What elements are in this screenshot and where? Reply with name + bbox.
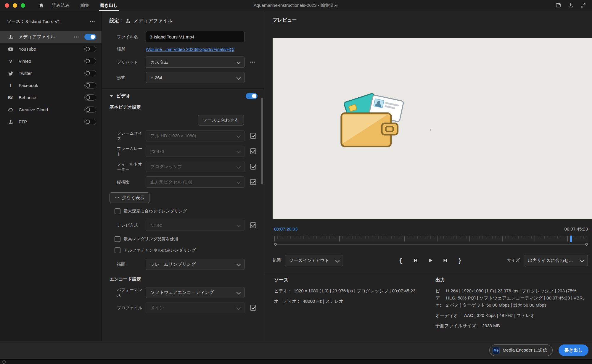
timeline-scrubber[interactable]	[274, 236, 588, 247]
home-icon	[38, 2, 44, 8]
source-video-row: ビデオ : 1920 x 1080 (1.0) | 23.976 fps | プ…	[274, 287, 428, 294]
behance-toggle[interactable]	[84, 94, 96, 101]
source-name: 3-Island Tours-V1	[25, 19, 89, 24]
youtube-toggle[interactable]	[84, 46, 96, 52]
aspect-ratio-label: 縦横比	[117, 179, 146, 185]
range-dropdown[interactable]: ソースイン / アウト	[285, 255, 343, 266]
mark-out-button[interactable]: }	[456, 256, 464, 265]
frame-size-checkbox[interactable]	[250, 133, 256, 139]
interpolation-dropdown[interactable]: フレームサンプリング	[146, 259, 244, 270]
play-button[interactable]	[426, 256, 435, 265]
video-section-toggle[interactable]	[246, 93, 258, 99]
sidebar-item-creative-cloud[interactable]: Creative Cloud	[0, 104, 102, 116]
filename-input[interactable]	[146, 31, 244, 42]
frame-rate-checkbox[interactable]	[250, 148, 256, 154]
window-controls	[0, 3, 30, 8]
quick-export-button[interactable]	[568, 2, 574, 8]
more-options-icon	[115, 197, 119, 199]
step-forward-button[interactable]	[441, 256, 450, 265]
tab-export[interactable]: 書き出し	[100, 0, 118, 11]
aspect-ratio-dropdown[interactable]: 正方形ピクセル (1.0)	[146, 176, 244, 188]
tv-standard-dropdown[interactable]: NTSC	[146, 220, 244, 231]
media-file-more-button[interactable]	[73, 35, 80, 39]
performance-value: ソフトウェアエンコーディング	[150, 290, 214, 295]
media-file-toggle[interactable]	[84, 34, 96, 40]
ftp-toggle[interactable]	[84, 119, 96, 125]
sidebar-item-vimeo[interactable]: V Vimeo	[0, 55, 102, 67]
workspace-button[interactable]	[555, 2, 561, 8]
zoom-window-button[interactable]	[21, 3, 25, 8]
source-more-button[interactable]	[89, 19, 96, 23]
alpha-only-row: アルファチャンネルのみレンダリング	[110, 247, 258, 253]
sidebar-item-behance[interactable]: Bē Behance	[0, 91, 102, 104]
show-less-button[interactable]: 少なく表示	[110, 192, 149, 203]
performance-dropdown[interactable]: ソフトウェアエンコーディング	[146, 287, 244, 298]
mark-in-button[interactable]: {	[396, 256, 405, 265]
tab-edit[interactable]: 編集	[81, 0, 89, 11]
sidebar-item-ftp[interactable]: FTP	[0, 116, 102, 128]
preset-more-button[interactable]	[249, 60, 256, 64]
premiere-export-window: 読み込み 編集 書き出し Aquamarine-Instructionals-2…	[0, 0, 592, 364]
format-dropdown[interactable]: H.264	[146, 72, 244, 83]
sidebar-item-media-file[interactable]: メディアファイル	[0, 31, 102, 43]
sidebar-item-youtube[interactable]: YouTube	[0, 43, 102, 55]
titlebar-actions	[555, 2, 592, 8]
output-video-label: ビデオ:	[435, 287, 443, 309]
zoom-handle-left[interactable]	[274, 243, 277, 246]
current-timecode[interactable]: 00:07:20:03	[274, 226, 297, 231]
tab-import[interactable]: 読み込み	[52, 0, 70, 11]
video-section-header[interactable]: ビデオ	[110, 93, 258, 99]
field-order-value: プログレッシブ	[150, 164, 182, 170]
format-value: H.264	[150, 75, 162, 80]
performance-row: パフォーマンス ソフトウェアエンコーディング	[110, 287, 258, 298]
preset-dropdown[interactable]: カスタム	[146, 57, 244, 68]
youtube-icon	[7, 46, 15, 52]
step-back-button[interactable]	[411, 256, 420, 265]
export-button[interactable]: 書き出し	[559, 344, 588, 356]
home-button[interactable]	[38, 2, 44, 8]
vimeo-toggle[interactable]	[84, 58, 96, 64]
media-file-icon	[125, 18, 131, 24]
timeline-ruler[interactable]	[274, 236, 588, 241]
preview-controls-row: 範囲 ソースイン / アウト {	[273, 255, 588, 266]
creative-cloud-toggle[interactable]	[84, 107, 96, 113]
statusbar	[0, 359, 592, 364]
size-dropdown[interactable]: 出力サイズに合わせ…	[524, 255, 588, 266]
tv-standard-checkbox[interactable]	[250, 222, 256, 228]
max-quality-checkbox[interactable]	[115, 236, 120, 242]
section-divider	[102, 88, 264, 89]
aspect-ratio-checkbox[interactable]	[250, 179, 256, 185]
profile-checkbox[interactable]	[250, 305, 256, 311]
sidebar-item-facebook[interactable]: f Facebook	[0, 79, 102, 91]
render-max-depth-checkbox[interactable]	[115, 208, 120, 214]
fullscreen-button[interactable]	[580, 2, 586, 8]
zoom-handle-right[interactable]	[585, 243, 588, 246]
twitter-toggle[interactable]	[84, 70, 96, 76]
titlebar: 読み込み 編集 書き出し Aquamarine-Instructionals-2…	[0, 0, 592, 11]
vimeo-icon: V	[7, 59, 15, 64]
sidebar-item-label: Behance	[19, 95, 80, 100]
timeline-zoom-bar[interactable]	[274, 243, 588, 247]
sidebar-item-twitter[interactable]: Twitter	[0, 67, 102, 79]
send-to-media-encoder-button[interactable]: Me Media Encoder に送信	[489, 344, 553, 356]
send-to-media-encoder-label: Media Encoder に送信	[503, 347, 547, 353]
field-order-dropdown[interactable]: プログレッシブ	[146, 161, 244, 172]
alpha-only-checkbox[interactable]	[115, 247, 120, 253]
output-filesize-row: 予測ファイルサイズ : 2933 MB	[435, 322, 588, 329]
minimize-window-button[interactable]	[13, 3, 17, 8]
profile-dropdown[interactable]: メイン	[146, 302, 244, 313]
close-window-button[interactable]	[5, 3, 9, 8]
transport-controls: {	[396, 256, 464, 265]
playhead[interactable]	[570, 236, 572, 242]
location-link[interactable]: /Volume…nal Video 2023/Exports/Finals/HQ…	[146, 47, 234, 52]
match-source-button[interactable]: ソースに合わせる	[198, 115, 244, 125]
range-label: 範囲	[273, 258, 281, 263]
field-order-checkbox[interactable]	[250, 164, 256, 170]
tv-standard-value: NTSC	[150, 223, 163, 228]
settings-scrollbar[interactable]	[261, 98, 263, 184]
frame-size-dropdown[interactable]: フル HD (1920 × 1080)	[146, 130, 244, 141]
facebook-toggle[interactable]	[84, 82, 96, 88]
step-back-icon	[413, 257, 419, 263]
profile-label: プロファイル	[117, 305, 146, 310]
frame-rate-dropdown[interactable]: 23.976	[146, 146, 244, 157]
